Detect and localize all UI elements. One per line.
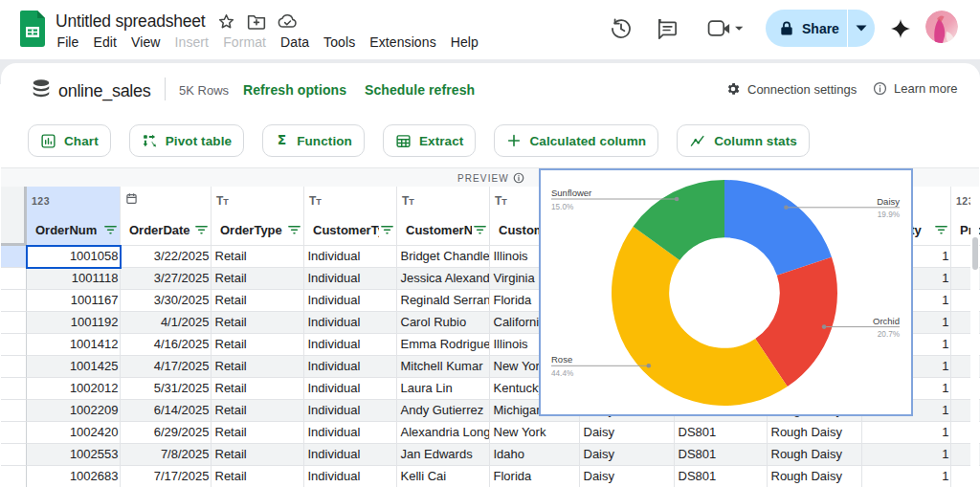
cell-r1-c5[interactable]: Bridget Chandler — [397, 246, 490, 268]
cell-r8-c5[interactable]: Andy Gutierrez — [397, 400, 490, 422]
chart-overlay-panel[interactable]: Daisy19.9%Orchid20.7%Rose44.4%Sunflower1… — [539, 168, 913, 416]
row-gutter[interactable] — [1, 356, 27, 378]
cell-r9-c1[interactable]: 1002420 — [27, 422, 121, 444]
cell-r10-c7[interactable]: Daisy — [580, 444, 675, 466]
cell-r11-c9[interactable]: Rough Daisy — [768, 466, 862, 487]
schedule-refresh-link[interactable]: Schedule refresh — [365, 82, 475, 98]
row-gutter[interactable] — [1, 246, 27, 268]
calculated-column-button[interactable]: Calculated column — [494, 124, 658, 157]
cell-r5-c3[interactable]: Retail — [212, 334, 304, 356]
cell-r11-c5[interactable]: Kelli Cai — [397, 466, 490, 487]
cell-r4-c2[interactable]: 4/1/2025 — [121, 312, 212, 334]
cell-r10-c5[interactable]: Jan Edwards — [397, 444, 490, 466]
cell-r2-c1[interactable]: 1001118 — [27, 268, 121, 290]
cell-r4-c1[interactable]: 1001192 — [27, 312, 121, 334]
cell-r11-c10[interactable]: 1 — [862, 466, 951, 487]
cell-r10-c2[interactable]: 7/8/2025 — [121, 444, 212, 466]
column-stats-button[interactable]: Column stats — [677, 124, 810, 157]
cell-r1-c4[interactable]: Individual — [304, 246, 397, 268]
learn-more-button[interactable]: Learn more — [873, 81, 957, 96]
row-gutter[interactable] — [1, 334, 27, 356]
cell-r9-c10[interactable]: 1 — [862, 422, 951, 444]
cell-r2-c3[interactable]: Retail — [212, 268, 304, 290]
scrollbar-thumb[interactable] — [972, 237, 978, 270]
cell-r5-c4[interactable]: Individual — [304, 334, 397, 356]
cell-r7-c3[interactable]: Retail — [212, 378, 304, 400]
cell-r3-c2[interactable]: 3/30/2025 — [121, 290, 212, 312]
share-dropdown-button[interactable] — [848, 10, 875, 47]
row-gutter[interactable] — [1, 422, 27, 444]
row-gutter[interactable] — [1, 466, 27, 487]
column-header-OrderNum[interactable]: 123OrderNum — [27, 187, 121, 246]
cell-r7-c1[interactable]: 1002012 — [27, 378, 121, 400]
cell-r9-c2[interactable]: 6/29/2025 — [121, 422, 212, 444]
row-gutter[interactable] — [1, 378, 27, 400]
cell-r3-c1[interactable]: 1001167 — [27, 290, 121, 312]
cell-r6-c5[interactable]: Mitchell Kumar — [397, 356, 490, 378]
row-gutter[interactable] — [1, 444, 27, 466]
filter-icon[interactable] — [195, 225, 208, 235]
cell-r11-c7[interactable]: Daisy — [580, 466, 675, 487]
filter-icon[interactable] — [104, 225, 117, 235]
slice-rose[interactable] — [612, 227, 788, 406]
function-button[interactable]: ΣFunction — [262, 124, 365, 157]
row-gutter[interactable] — [1, 290, 27, 312]
column-header-CustomerName[interactable]: TTCustomerName — [397, 187, 490, 246]
cell-r2-c5[interactable]: Jessica Alexander — [397, 268, 490, 290]
cell-r6-c3[interactable]: Retail — [212, 356, 304, 378]
vertical-scrollbar[interactable] — [970, 187, 979, 487]
cell-r9-c4[interactable]: Individual — [304, 422, 397, 444]
cell-r3-c3[interactable]: Retail — [212, 290, 304, 312]
row-gutter[interactable] — [1, 312, 27, 334]
preview-info-icon[interactable] — [513, 172, 524, 184]
cell-r10-c4[interactable]: Individual — [304, 444, 397, 466]
meet-video-icon[interactable] — [707, 18, 744, 39]
cell-r10-c8[interactable]: DS801 — [675, 444, 768, 466]
cell-r11-c1[interactable]: 1002683 — [27, 466, 121, 487]
comments-icon[interactable] — [656, 18, 679, 41]
cell-r2-c2[interactable]: 3/27/2025 — [121, 268, 212, 290]
cell-r9-c7[interactable]: Daisy — [580, 422, 675, 444]
version-history-icon[interactable] — [610, 17, 633, 40]
cell-r11-c3[interactable]: Retail — [212, 466, 304, 487]
cell-r10-c9[interactable]: Rough Daisy — [768, 444, 862, 466]
cell-r8-c4[interactable]: Individual — [304, 400, 397, 422]
account-avatar[interactable] — [925, 11, 958, 43]
cell-r9-c3[interactable]: Retail — [212, 422, 304, 444]
cell-r9-c5[interactable]: Alexandria Long — [397, 422, 490, 444]
slice-daisy[interactable] — [724, 180, 832, 276]
filter-icon[interactable] — [935, 225, 947, 235]
filter-icon[interactable] — [288, 225, 301, 235]
cell-r8-c1[interactable]: 1002209 — [27, 400, 121, 422]
row-gutter[interactable] — [1, 268, 27, 290]
cell-r11-c4[interactable]: Individual — [304, 466, 397, 487]
cell-r5-c1[interactable]: 1001412 — [27, 334, 121, 356]
cell-r1-c3[interactable]: Retail — [212, 246, 304, 268]
cell-r8-c3[interactable]: Retail — [212, 400, 304, 422]
filter-icon[interactable] — [381, 225, 393, 235]
share-button[interactable]: Share — [766, 10, 847, 47]
column-header-OrderDate[interactable]: OrderDate — [121, 187, 212, 246]
cell-r10-c6[interactable]: Idaho — [490, 444, 580, 466]
cell-r10-c10[interactable]: 1 — [862, 444, 951, 466]
cell-r9-c9[interactable]: Rough Daisy — [768, 422, 862, 444]
cell-r1-c2[interactable]: 3/22/2025 — [121, 246, 212, 268]
cell-r11-c8[interactable]: DS801 — [675, 466, 768, 487]
cell-r7-c2[interactable]: 5/31/2025 — [121, 378, 212, 400]
cell-r8-c2[interactable]: 6/14/2025 — [121, 400, 212, 422]
cell-r4-c4[interactable]: Individual — [304, 312, 397, 334]
connection-settings-button[interactable]: Connection settings — [725, 81, 857, 97]
cell-r5-c2[interactable]: 4/16/2025 — [121, 334, 212, 356]
cell-r10-c3[interactable]: Retail — [212, 444, 304, 466]
cell-r6-c4[interactable]: Individual — [304, 356, 397, 378]
cell-r4-c5[interactable]: Carol Rubio — [397, 312, 490, 334]
refresh-options-link[interactable]: Refresh options — [243, 82, 346, 98]
cell-r4-c3[interactable]: Retail — [212, 312, 304, 334]
cell-r6-c2[interactable]: 4/17/2025 — [121, 356, 212, 378]
cell-r7-c5[interactable]: Laura Lin — [397, 378, 490, 400]
cell-r5-c5[interactable]: Emma Rodriguez — [397, 334, 490, 356]
cell-r3-c4[interactable]: Individual — [304, 290, 397, 312]
cell-r3-c5[interactable]: Reginald Serrano — [397, 290, 490, 312]
row-gutter[interactable] — [1, 400, 27, 422]
row-gutter-header[interactable] — [1, 187, 27, 246]
